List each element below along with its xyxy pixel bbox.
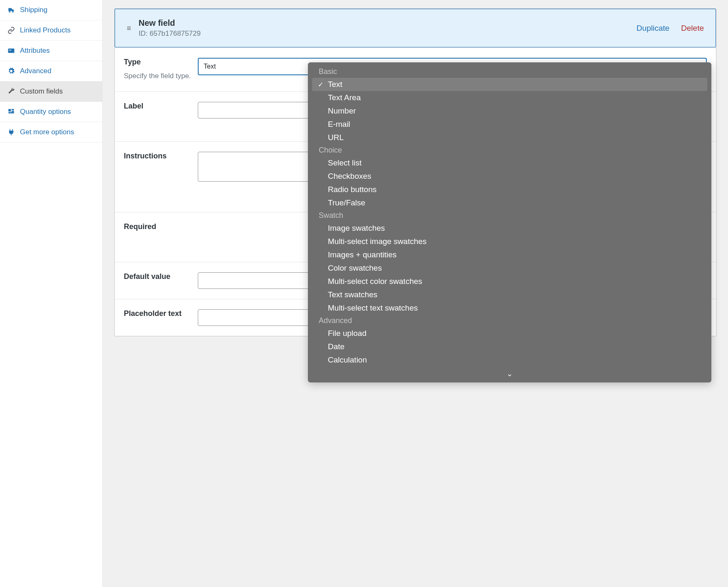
dropdown-option-label: Number: [328, 106, 700, 116]
card-icon: [7, 47, 16, 54]
chevron-down-icon: ⌄: [507, 370, 513, 378]
dropdown-option-label: Multi-select image swatches: [328, 237, 700, 246]
sidebar-item-label: Shipping: [20, 6, 47, 14]
dropdown-group-label: Choice: [312, 144, 707, 156]
dropdown-option-label: Select list: [328, 158, 700, 168]
row-label-default: Default value: [124, 272, 193, 281]
wrench-icon: [7, 88, 16, 95]
main-content: ≡ New field ID: 657b176875729 Duplicate …: [103, 0, 728, 587]
sidebar-item-advanced[interactable]: Advanced: [0, 61, 102, 81]
sidebar-item-label: Quantity options: [20, 108, 71, 116]
dropdown-option-label: Date: [328, 342, 700, 351]
svg-rect-7: [8, 112, 14, 113]
sidebar-item-label: Attributes: [20, 47, 50, 55]
dropdown-group-label: Swatch: [312, 210, 707, 222]
dropdown-option[interactable]: Checkboxes: [312, 170, 707, 183]
dropdown-option-label: Multi-select color swatches: [328, 277, 700, 286]
dropdown-option-label: E-mail: [328, 120, 700, 129]
dropdown-option[interactable]: Multi-select color swatches: [312, 275, 707, 288]
sidebar-item-quantity-options[interactable]: Quantity options: [0, 102, 102, 122]
dropdown-option[interactable]: Text Area: [312, 91, 707, 104]
drag-handle-icon[interactable]: ≡: [127, 25, 131, 32]
svg-rect-3: [9, 50, 11, 51]
dropdown-option[interactable]: Multi-select text swatches: [312, 301, 707, 315]
sidebar-item-attributes[interactable]: Attributes: [0, 41, 102, 61]
delete-button[interactable]: Delete: [681, 24, 704, 33]
row-label-placeholder: Placeholder text: [124, 309, 193, 318]
check-icon: ✓: [318, 81, 328, 89]
dropdown-option-label: Calculation: [328, 355, 700, 365]
row-label-required: Required: [124, 222, 193, 231]
truck-icon: [7, 6, 16, 14]
dropdown-option-label: True/False: [328, 198, 700, 207]
row-label-instructions: Instructions: [124, 152, 193, 160]
field-header[interactable]: ≡ New field ID: 657b176875729 Duplicate …: [115, 9, 716, 47]
dropdown-group-label: Advanced: [312, 315, 707, 327]
gear-icon: [7, 67, 16, 75]
field-id: ID: 657b176875729: [139, 30, 629, 38]
svg-point-0: [9, 11, 10, 12]
sidebar-item-label: Advanced: [20, 67, 52, 75]
stack-icon: [7, 108, 16, 116]
sidebar-item-get-more-options[interactable]: Get more options: [0, 122, 102, 143]
dropdown-option-label: Checkboxes: [328, 172, 700, 181]
sidebar-item-custom-fields[interactable]: Custom fields: [0, 81, 102, 102]
dropdown-scroll-indicator[interactable]: ⌄: [312, 367, 707, 378]
sidebar-item-label: Linked Products: [20, 26, 71, 35]
dropdown-option-label: Text: [328, 80, 700, 89]
sidebar-item-shipping[interactable]: Shipping: [0, 0, 102, 20]
dropdown-option-label: Multi-select text swatches: [328, 303, 700, 313]
dropdown-option[interactable]: Radio buttons: [312, 183, 707, 196]
dropdown-option[interactable]: Color swatches: [312, 261, 707, 275]
dropdown-option[interactable]: Multi-select image swatches: [312, 235, 707, 248]
dropdown-option[interactable]: URL: [312, 131, 707, 144]
field-title: New field: [139, 18, 629, 28]
dropdown-option[interactable]: File upload: [312, 327, 707, 340]
svg-rect-4: [8, 109, 11, 111]
dropdown-option[interactable]: Calculation: [312, 353, 707, 367]
sidebar-item-label: Custom fields: [20, 87, 63, 96]
dropdown-option-label: Color swatches: [328, 264, 700, 273]
dropdown-option[interactable]: Image swatches: [312, 222, 707, 235]
dropdown-option-label: File upload: [328, 329, 700, 338]
dropdown-option[interactable]: ✓Text: [312, 78, 707, 91]
duplicate-button[interactable]: Duplicate: [637, 24, 669, 33]
dropdown-option[interactable]: Number: [312, 104, 707, 118]
svg-rect-2: [8, 49, 15, 53]
link-icon: [7, 27, 16, 34]
dropdown-option[interactable]: Images + quantities: [312, 248, 707, 261]
dropdown-option-label: Images + quantities: [328, 250, 700, 259]
plug-icon: [7, 128, 16, 136]
dropdown-option-label: Text Area: [328, 93, 700, 102]
sidebar-item-linked-products[interactable]: Linked Products: [0, 20, 102, 41]
dropdown-option-label: Text swatches: [328, 290, 700, 299]
row-label-type: Type: [124, 58, 193, 67]
type-dropdown: Basic✓TextText AreaNumberE-mailURLChoice…: [308, 62, 711, 382]
dropdown-option[interactable]: Select list: [312, 156, 707, 170]
product-data-sidebar: Shipping Linked Products Attributes Adva…: [0, 0, 103, 587]
row-label-label: Label: [124, 102, 193, 111]
dropdown-option[interactable]: Date: [312, 340, 707, 353]
sidebar-item-label: Get more options: [20, 128, 74, 136]
dropdown-group-label: Basic: [312, 66, 707, 78]
dropdown-option[interactable]: Text swatches: [312, 288, 707, 301]
svg-rect-6: [12, 111, 14, 112]
dropdown-option-label: URL: [328, 133, 700, 142]
dropdown-option[interactable]: True/False: [312, 196, 707, 210]
dropdown-option[interactable]: E-mail: [312, 118, 707, 131]
svg-rect-5: [12, 109, 14, 110]
row-desc-type: Specify the field type.: [124, 71, 193, 81]
dropdown-option-label: Radio buttons: [328, 185, 700, 194]
svg-point-1: [12, 11, 13, 12]
dropdown-option-label: Image swatches: [328, 224, 700, 233]
